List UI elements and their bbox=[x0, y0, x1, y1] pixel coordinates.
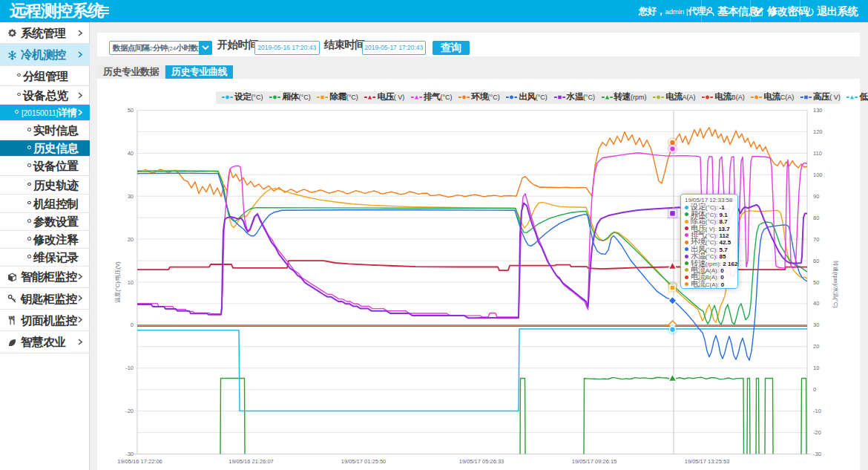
svg-text:20: 20 bbox=[128, 236, 134, 243]
svg-text:90: 90 bbox=[813, 193, 819, 200]
svg-text:-20: -20 bbox=[125, 408, 134, 414]
svg-text:-10: -10 bbox=[125, 365, 134, 371]
svg-text:19/05/17 13:25:53: 19/05/17 13:25:53 bbox=[685, 458, 729, 465]
svg-text:19/05/17 09:26:15: 19/05/17 09:26:15 bbox=[572, 458, 617, 465]
svg-text:40: 40 bbox=[813, 300, 819, 307]
svg-text:20: 20 bbox=[813, 343, 819, 350]
svg-text:19/05/17 01:25:50: 19/05/17 01:25:50 bbox=[341, 458, 386, 465]
svg-text:温度(°C)/电压(V): 温度(°C)/电压(V) bbox=[114, 261, 121, 303]
svg-text:30: 30 bbox=[813, 322, 819, 328]
svg-text:-20: -20 bbox=[813, 429, 821, 436]
svg-text:100: 100 bbox=[813, 172, 823, 178]
svg-text:19/05/16 17:22:06: 19/05/16 17:22:06 bbox=[117, 458, 162, 465]
svg-text:10: 10 bbox=[128, 279, 134, 286]
svg-text:110: 110 bbox=[813, 150, 822, 157]
svg-text:40: 40 bbox=[128, 150, 134, 157]
svg-text:60: 60 bbox=[813, 258, 819, 264]
svg-text:0: 0 bbox=[813, 386, 816, 393]
svg-text:120: 120 bbox=[813, 128, 823, 135]
svg-text:19/05/17 05:26:33: 19/05/17 05:26:33 bbox=[459, 458, 504, 465]
svg-text:50: 50 bbox=[813, 279, 819, 286]
svg-text:80: 80 bbox=[813, 215, 819, 221]
svg-text:70: 70 bbox=[813, 236, 819, 243]
svg-text:转速(rpm)/水温(°C): 转速(rpm)/水温(°C) bbox=[832, 260, 839, 308]
svg-text:50: 50 bbox=[128, 107, 134, 114]
svg-text:0: 0 bbox=[131, 322, 134, 328]
svg-text:19/05/16 21:26:07: 19/05/16 21:26:07 bbox=[228, 458, 273, 465]
svg-text:130: 130 bbox=[813, 107, 823, 114]
svg-text:-10: -10 bbox=[813, 408, 821, 414]
svg-text:-30: -30 bbox=[813, 451, 821, 457]
svg-text:-30: -30 bbox=[125, 451, 134, 457]
svg-text:10: 10 bbox=[813, 365, 819, 371]
svg-text:30: 30 bbox=[128, 193, 134, 200]
